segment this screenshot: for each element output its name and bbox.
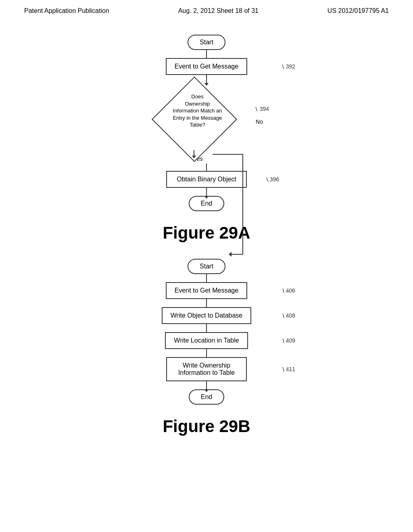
write-object-row: Write Object to Database ∖ 408: [138, 307, 275, 324]
write-ownership-row: Write OwnershipInformation to Table ∖ 41…: [138, 357, 275, 381]
ref-408: 408: [286, 312, 295, 319]
start-node-29a: Start: [188, 35, 225, 50]
start-node-29b: Start: [188, 259, 225, 274]
header-right: US 2012/0197795 A1: [327, 7, 389, 15]
page-content: Start Event to Get Message ∖ 392: [0, 19, 413, 448]
event-get-message-29b: Event to Get Message: [166, 282, 247, 299]
obtain-binary-node: Obtain Binary Object: [166, 171, 247, 188]
page-header: Patent Application Publication Aug. 2, 2…: [0, 0, 413, 19]
no-label: No: [256, 118, 263, 125]
figure-29b-container: Start Event to Get Message ∖ 406: [106, 255, 307, 409]
flow-29a: Start Event to Get Message ∖ 392: [130, 35, 283, 211]
ref-409: 409: [286, 337, 295, 344]
ref-396-label: ∖ 396: [265, 176, 279, 183]
write-location-node: Write Location in Table: [165, 332, 248, 349]
write-object-node: Write Object to Database: [162, 307, 251, 324]
obtain-binary-row: Obtain Binary Object ∖ 396: [130, 171, 283, 188]
ref-394-label: ∖ 394: [254, 105, 269, 112]
figure-29a-label: Figure 29A: [163, 223, 250, 243]
diamond-text-29a: DoesOwnershipInformation Match anEntry i…: [142, 85, 247, 129]
event-get-message-row-29a: Event to Get Message ∖ 392: [138, 58, 275, 75]
write-location-row: Write Location in Table ∖ 409: [138, 332, 275, 349]
figure-29b-label: Figure 29B: [163, 417, 250, 436]
ref-406: 406: [286, 287, 295, 294]
write-ownership-node: Write OwnershipInformation to Table: [166, 357, 247, 381]
event-get-message-29a: Event to Get Message: [166, 58, 247, 75]
ref-411: 411: [286, 366, 295, 372]
header-center: Aug. 2, 2012 Sheet 18 of 31: [178, 7, 259, 15]
ref-392: 392: [286, 63, 295, 70]
header-left: Patent Application Publication: [24, 7, 109, 15]
figure-29a-container: Start Event to Get Message ∖ 392: [106, 31, 307, 215]
diamond-29a-wrapper: DoesOwnershipInformation Match anEntry i…: [142, 83, 271, 156]
event-get-message-row-29b: Event to Get Message ∖ 406: [138, 282, 275, 299]
